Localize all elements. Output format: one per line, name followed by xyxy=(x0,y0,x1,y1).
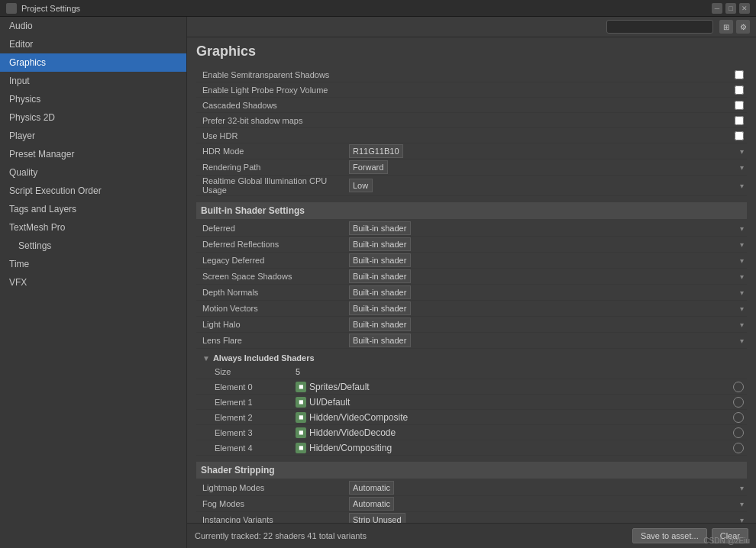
sidebar-item-quality[interactable]: Quality xyxy=(0,163,186,182)
shader-icon-4: ◼ xyxy=(296,443,306,453)
element-text-0: Sprites/Default xyxy=(309,382,370,392)
checkbox-input-1[interactable] xyxy=(735,85,744,95)
hdr-mode-label: HDR Mode xyxy=(196,147,349,156)
element-value-1: ◼ UI/Default xyxy=(296,397,747,408)
checkbox-input-3[interactable] xyxy=(735,116,744,125)
fog-modes-select[interactable]: Automatic xyxy=(349,497,394,511)
window-icon xyxy=(6,3,17,14)
element-row-3: Element 3 ◼ Hidden/VideoDecode xyxy=(196,425,747,440)
sidebar: AudioEditorGraphicsInputPhysicsPhysics 2… xyxy=(0,17,187,548)
element-value-3: ◼ Hidden/VideoDecode xyxy=(296,427,747,438)
size-label: Size xyxy=(196,367,296,376)
element-label-0: Element 0 xyxy=(196,382,296,392)
shader-label-0: Deferred xyxy=(196,224,349,233)
shader-row-3: Screen Space Shadows Built-in shader xyxy=(196,269,747,285)
instancing-row: Instancing Variants Strip Unused xyxy=(196,512,747,523)
shader-label-6: Light Halo xyxy=(196,320,349,329)
sidebar-item-audio[interactable]: Audio xyxy=(0,17,186,35)
sidebar-item-editor[interactable]: Editor xyxy=(0,35,186,53)
sidebar-item-graphics[interactable]: Graphics xyxy=(0,53,186,72)
checkbox-label-3: Prefer 32-bit shadow maps xyxy=(196,116,735,125)
search-input[interactable] xyxy=(606,20,713,34)
shader-row-1: Deferred Reflections Built-in shader xyxy=(196,237,747,253)
sidebar-item-presetmanager[interactable]: Preset Manager xyxy=(0,145,186,163)
shader-row-5: Motion Vectors Built-in shader xyxy=(196,301,747,317)
sidebar-item-physics[interactable]: Physics xyxy=(0,90,186,108)
checkbox-label-1: Enable Light Probe Proxy Volume xyxy=(196,85,735,95)
element-value-0: ◼ Sprites/Default xyxy=(296,382,747,392)
global-illum-select[interactable]: Low xyxy=(349,179,373,192)
element-text-2: Hidden/VideoComposite xyxy=(309,412,408,423)
element-circle-0 xyxy=(733,382,744,392)
instancing-label: Instancing Variants xyxy=(196,515,349,523)
shader-label-2: Legacy Deferred xyxy=(196,256,349,265)
checkbox-input-4[interactable] xyxy=(735,131,744,140)
element-row-2: Element 2 ◼ Hidden/VideoComposite xyxy=(196,410,747,425)
element-row-4: Element 4 ◼ Hidden/Compositing xyxy=(196,440,747,456)
fog-modes-row: Fog Modes Automatic xyxy=(196,496,747,512)
checkbox-row-4: Use HDR xyxy=(196,128,747,143)
toolbar-icons: ⊞ ⚙ xyxy=(719,20,750,34)
checkbox-label-0: Enable Semitransparent Shadows xyxy=(196,70,735,79)
hdr-mode-row: HDR Mode R11G11B10 xyxy=(196,143,747,160)
always-included-section: ▼ Always Included Shaders Size 5 Element… xyxy=(196,352,747,456)
window-controls: ─ □ ✕ xyxy=(712,3,750,14)
lightmap-label: Lightmap Modes xyxy=(196,483,349,492)
checkbox-input-0[interactable] xyxy=(735,70,744,79)
shader-select-4[interactable]: Built-in shader xyxy=(349,285,411,299)
element-circle-3 xyxy=(733,427,744,438)
checkbox-input-2[interactable] xyxy=(735,101,744,110)
shader-select-3[interactable]: Built-in shader xyxy=(349,269,411,283)
sidebar-item-physics2d[interactable]: Physics 2D xyxy=(0,108,186,127)
close-button[interactable]: ✕ xyxy=(739,3,750,14)
shader-select-2[interactable]: Built-in shader xyxy=(349,253,411,267)
checkbox-row-3: Prefer 32-bit shadow maps xyxy=(196,113,747,128)
icon-btn-1[interactable]: ⊞ xyxy=(719,20,733,34)
shader-icon-1: ◼ xyxy=(296,397,306,408)
element-row-1: Element 1 ◼ UI/Default xyxy=(196,395,747,410)
element-text-3: Hidden/VideoDecode xyxy=(309,427,396,438)
minimize-button[interactable]: ─ xyxy=(712,3,722,14)
element-circle-1 xyxy=(733,397,744,408)
icon-btn-2[interactable]: ⚙ xyxy=(736,20,750,34)
instancing-select[interactable]: Strip Unused xyxy=(349,513,405,523)
sidebar-item-settings[interactable]: Settings xyxy=(0,237,186,255)
rendering-path-select[interactable]: Forward xyxy=(349,160,388,174)
sidebar-item-player[interactable]: Player xyxy=(0,127,186,145)
element-row-0: Element 0 ◼ Sprites/Default xyxy=(196,379,747,395)
shader-label-4: Depth Normals xyxy=(196,288,349,297)
checkbox-label-2: Cascaded Shadows xyxy=(196,101,735,110)
toolbar: ⊞ ⚙ xyxy=(187,17,756,37)
sidebar-item-vfx[interactable]: VFX xyxy=(0,273,186,292)
rendering-path-row: Rendering Path Forward xyxy=(196,160,747,176)
sidebar-item-scriptexecution[interactable]: Script Execution Order xyxy=(0,182,186,200)
checkbox-row-1: Enable Light Probe Proxy Volume xyxy=(196,82,747,98)
shader-select-5[interactable]: Built-in shader xyxy=(349,301,411,315)
lightmap-select[interactable]: Automatic xyxy=(349,481,394,495)
sidebar-item-tagsandlayers[interactable]: Tags and Layers xyxy=(0,200,186,218)
sidebar-item-textmeshpro[interactable]: TextMesh Pro xyxy=(0,218,186,237)
maximize-button[interactable]: □ xyxy=(725,3,736,14)
global-illum-row: Realtime Global Illumination CPU Usage L… xyxy=(196,176,747,196)
element-circle-4 xyxy=(733,443,744,453)
watermark: CSDN @zEiu xyxy=(703,537,750,545)
shader-label-5: Motion Vectors xyxy=(196,304,349,313)
sidebar-item-input[interactable]: Input xyxy=(0,72,186,90)
hdr-mode-select[interactable]: R11G11B10 xyxy=(349,144,403,158)
checkbox-row-0: Enable Semitransparent Shadows xyxy=(196,67,747,82)
shader-label-7: Lens Flare xyxy=(196,336,349,345)
shader-label-1: Deferred Reflections xyxy=(196,240,349,249)
shader-select-0[interactable]: Built-in shader xyxy=(349,221,411,235)
element-circle-2 xyxy=(733,412,744,423)
save-to-asset-button[interactable]: Save to asset... xyxy=(632,528,707,543)
content-area: ⊞ ⚙ Graphics Enable Semitransparent Shad… xyxy=(187,17,756,548)
checkbox-label-4: Use HDR xyxy=(196,131,735,140)
element-text-4: Hidden/Compositing xyxy=(309,443,392,453)
shader-icon-2: ◼ xyxy=(296,412,306,423)
shader-select-1[interactable]: Built-in shader xyxy=(349,237,411,251)
sidebar-item-time[interactable]: Time xyxy=(0,255,186,273)
shader-select-6[interactable]: Built-in shader xyxy=(349,318,411,331)
always-included-text: Always Included Shaders xyxy=(213,353,315,363)
bottom-bar: Currently tracked: 22 shaders 41 total v… xyxy=(187,523,756,548)
shader-select-7[interactable]: Built-in shader xyxy=(349,334,411,347)
